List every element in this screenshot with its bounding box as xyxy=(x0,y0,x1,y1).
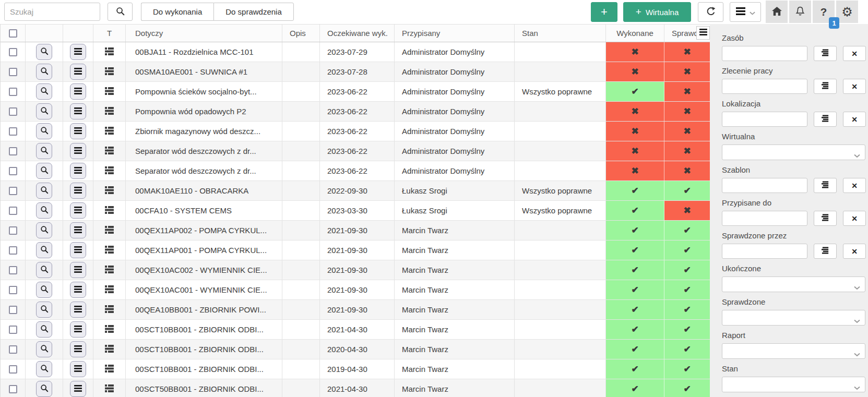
row-select-checkbox[interactable] xyxy=(9,147,17,155)
zasób-browse-button[interactable] xyxy=(814,46,837,61)
row-select-checkbox[interactable] xyxy=(9,365,17,374)
header-cell-przypisany[interactable]: Przypisany xyxy=(395,25,515,42)
row-preview-button[interactable] xyxy=(36,381,52,397)
row-preview-button[interactable] xyxy=(36,321,52,338)
table-row[interactable]: 00SCT10BB001 - ZBIORNIK ODBI...2021-04-3… xyxy=(1,320,710,340)
list-menu-button[interactable] xyxy=(730,2,761,22)
row-select-checkbox[interactable] xyxy=(9,88,17,96)
zasób-clear-button[interactable]: ✕ xyxy=(843,46,866,61)
table-row[interactable]: 00QEX10AC001 - WYMIENNIK CIE...2021-09-3… xyxy=(1,280,710,300)
search-input[interactable] xyxy=(4,3,100,21)
row-preview-button[interactable] xyxy=(36,302,52,318)
select-all-checkbox[interactable] xyxy=(9,29,17,38)
header-cell-dotyczy[interactable]: Dotyczy xyxy=(126,25,282,42)
row-preview-button[interactable] xyxy=(36,123,52,139)
row-preview-button[interactable] xyxy=(36,341,52,357)
row-preview-button[interactable] xyxy=(36,222,52,238)
table-row[interactable]: 00QEX10AC002 - WYMIENNIK CIE...2021-09-3… xyxy=(1,260,710,280)
row-menu-button[interactable] xyxy=(70,163,86,179)
row-preview-button[interactable] xyxy=(36,262,52,278)
add-virtual-button[interactable]: + Wirtualna xyxy=(623,2,691,22)
row-preview-button[interactable] xyxy=(36,103,52,119)
przypisane-do-clear-button[interactable]: ✕ xyxy=(843,211,866,226)
row-select-checkbox[interactable] xyxy=(9,385,17,393)
row-menu-button[interactable] xyxy=(70,341,86,357)
row-menu-button[interactable] xyxy=(70,64,86,80)
szablon-browse-button[interactable] xyxy=(814,178,837,193)
przypisane-do-browse-button[interactable] xyxy=(814,211,837,226)
row-select-checkbox[interactable] xyxy=(9,107,17,116)
row-menu-button[interactable] xyxy=(70,222,86,238)
row-select-checkbox[interactable] xyxy=(9,345,17,354)
row-menu-button[interactable] xyxy=(70,143,86,159)
row-select-checkbox[interactable] xyxy=(9,187,17,195)
lokalizacja-browse-button[interactable] xyxy=(814,112,837,127)
szablon-input[interactable] xyxy=(722,178,807,193)
settings-button[interactable]: ⚙ xyxy=(836,1,858,23)
lokalizacja-input[interactable] xyxy=(722,112,807,127)
row-select-checkbox[interactable] xyxy=(9,266,17,274)
raport-select[interactable] xyxy=(722,343,865,359)
row-menu-button[interactable] xyxy=(70,83,86,100)
queue-button-do-sprawdzenia[interactable]: Do sprawdzenia xyxy=(213,3,294,21)
table-row[interactable]: Separator wód deszczowych z dr...2023-06… xyxy=(1,161,710,181)
table-row[interactable]: Zbiornik magazynowy wód deszcz...2023-06… xyxy=(1,122,710,141)
row-menu-button[interactable] xyxy=(70,202,86,219)
row-preview-button[interactable] xyxy=(36,183,52,199)
table-row[interactable]: 00BJA11 - Rozdzielnica MCC-1012023-07-29… xyxy=(1,42,710,62)
table-row[interactable]: 00QEX11AP002 - POMPA CYRKUL...2021-09-30… xyxy=(1,221,710,240)
row-select-checkbox[interactable] xyxy=(9,226,17,235)
table-row[interactable]: Separator wód deszczowych z dr...2023-06… xyxy=(1,141,710,161)
row-preview-button[interactable] xyxy=(36,361,52,377)
row-select-checkbox[interactable] xyxy=(9,246,17,255)
row-select-checkbox[interactable] xyxy=(9,48,17,56)
home-button[interactable] xyxy=(766,1,788,23)
row-preview-button[interactable] xyxy=(36,163,52,179)
przypisane-do-input[interactable] xyxy=(722,211,807,226)
add-button[interactable]: + xyxy=(591,2,617,22)
row-preview-button[interactable] xyxy=(36,44,52,60)
stan-select[interactable] xyxy=(722,377,865,392)
header-cell-stan[interactable]: Stan xyxy=(515,25,606,42)
lokalizacja-clear-button[interactable]: ✕ xyxy=(843,112,866,127)
table-row[interactable]: 00SCT10BB001 - ZBIORNIK ODBI...2020-04-3… xyxy=(1,340,710,359)
row-select-checkbox[interactable] xyxy=(9,306,17,314)
row-select-checkbox[interactable] xyxy=(9,286,17,294)
row-preview-button[interactable] xyxy=(36,202,52,219)
sprawdzone-przez-browse-button[interactable] xyxy=(814,244,837,259)
table-row[interactable]: 00QEX11AP001 - POMPA CYRKUL...2021-09-30… xyxy=(1,240,710,260)
szablon-clear-button[interactable]: ✕ xyxy=(843,178,866,193)
header-cell-wykonane[interactable]: Wykonane xyxy=(606,25,664,42)
column-menu-button[interactable] xyxy=(696,26,710,40)
row-select-checkbox[interactable] xyxy=(9,127,17,136)
row-menu-button[interactable] xyxy=(70,321,86,338)
header-cell-oczekiwane_wyk[interactable]: Oczekiwane wyk. xyxy=(320,25,395,42)
row-preview-button[interactable] xyxy=(36,64,52,80)
row-menu-button[interactable] xyxy=(70,123,86,139)
row-preview-button[interactable] xyxy=(36,83,52,100)
row-menu-button[interactable] xyxy=(70,262,86,278)
row-preview-button[interactable] xyxy=(36,242,52,258)
sprawdzone-select[interactable] xyxy=(722,310,865,326)
table-row[interactable]: 00SCT50BB001 - ZBIORNIK ODBI...2021-04-3… xyxy=(1,379,710,397)
zlecenie-pracy-clear-button[interactable]: ✕ xyxy=(843,79,866,94)
table-row[interactable]: 00SMA10AE001 - SUWNICA #12023-07-28Admin… xyxy=(1,62,710,82)
row-preview-button[interactable] xyxy=(36,282,52,298)
row-menu-button[interactable] xyxy=(70,381,86,397)
row-menu-button[interactable] xyxy=(70,361,86,377)
row-menu-button[interactable] xyxy=(70,282,86,298)
row-select-checkbox[interactable] xyxy=(9,207,17,215)
row-select-checkbox[interactable] xyxy=(9,167,17,175)
table-row[interactable]: Pompownia ścieków socjalno-byt...2023-06… xyxy=(1,82,710,102)
table-row[interactable]: 00QEA10BB001 - ZBIORNIK POWI...2021-09-3… xyxy=(1,300,710,320)
notifications-button[interactable] xyxy=(789,1,811,23)
row-menu-button[interactable] xyxy=(70,242,86,258)
table-row[interactable]: Pompownia wód opadowych P22023-06-22Admi… xyxy=(1,102,710,122)
queue-button-do-wykonania[interactable]: Do wykonania xyxy=(141,3,213,21)
zasób-input[interactable] xyxy=(722,46,807,61)
row-menu-button[interactable] xyxy=(70,44,86,60)
row-select-checkbox[interactable] xyxy=(9,68,17,76)
row-menu-button[interactable] xyxy=(70,302,86,318)
zlecenie-pracy-browse-button[interactable] xyxy=(814,79,837,94)
header-cell-type[interactable]: T xyxy=(93,25,126,42)
